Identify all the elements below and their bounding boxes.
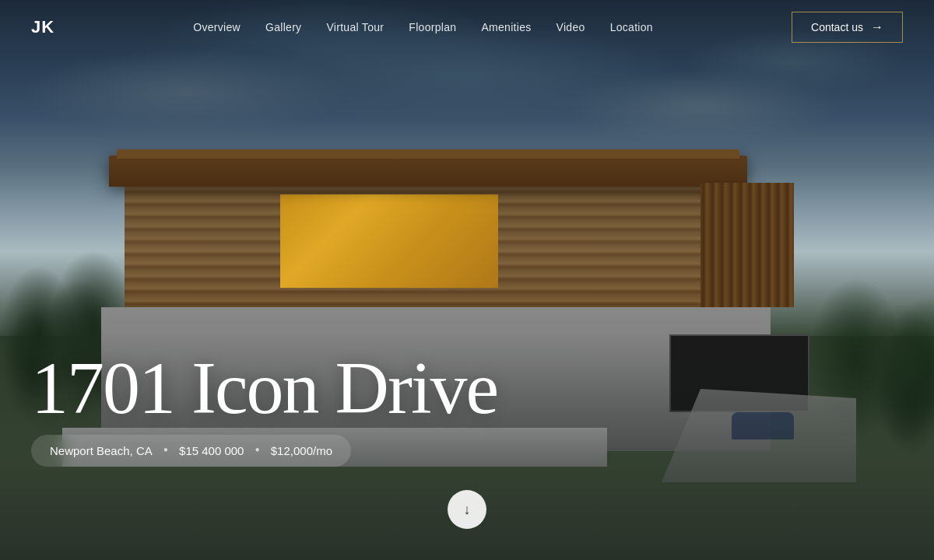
nav-item-floorplan[interactable]: Floorplan	[409, 20, 456, 34]
dot-1: •	[163, 443, 168, 459]
hero-content: 1701 Icon Drive Newport Beach, CA • $15 …	[31, 351, 497, 467]
accent-panel	[280, 194, 498, 288]
nav-link-video[interactable]: Video	[557, 21, 585, 33]
dot-2: •	[255, 443, 259, 459]
nav-link-floorplan[interactable]: Floorplan	[409, 21, 456, 33]
nav-link-virtual-tour[interactable]: Virtual Tour	[326, 21, 384, 33]
contact-label: Contact us	[811, 21, 863, 33]
logo: JK	[31, 17, 54, 37]
property-location: Newport Beach, CA	[50, 444, 153, 457]
slats-right	[700, 183, 794, 307]
property-price: $15 400 000	[179, 444, 244, 457]
nav-item-amenities[interactable]: Amenities	[481, 20, 531, 34]
property-title: 1701 Icon Drive	[31, 351, 497, 425]
property-rent: $12,000/mo	[271, 444, 332, 457]
nav-link-overview[interactable]: Overview	[193, 21, 241, 33]
hero-section: JK Overview Gallery Virtual Tour Floorpl…	[0, 0, 934, 560]
nav-item-gallery[interactable]: Gallery	[265, 20, 301, 34]
nav-link-amenities[interactable]: Amenities	[481, 21, 531, 33]
nav-link-gallery[interactable]: Gallery	[265, 21, 301, 33]
nav-item-virtual-tour[interactable]: Virtual Tour	[326, 20, 384, 34]
scroll-down-button[interactable]: ↓	[448, 490, 486, 529]
contact-arrow-icon: →	[871, 20, 883, 34]
down-arrow-icon: ↓	[464, 502, 471, 516]
nav-item-video[interactable]: Video	[557, 20, 585, 34]
nav-item-location[interactable]: Location	[610, 20, 653, 34]
subtitle-pill: Newport Beach, CA • $15 400 000 • $12,00…	[31, 435, 351, 467]
roof	[109, 156, 747, 187]
navbar: JK Overview Gallery Virtual Tour Floorpl…	[0, 0, 934, 54]
nav-links: Overview Gallery Virtual Tour Floorplan …	[193, 20, 653, 34]
nav-item-overview[interactable]: Overview	[193, 20, 241, 34]
property-subtitle: Newport Beach, CA • $15 400 000 • $12,00…	[31, 435, 497, 467]
contact-button[interactable]: Contact us →	[792, 12, 903, 43]
nav-link-location[interactable]: Location	[610, 21, 653, 33]
